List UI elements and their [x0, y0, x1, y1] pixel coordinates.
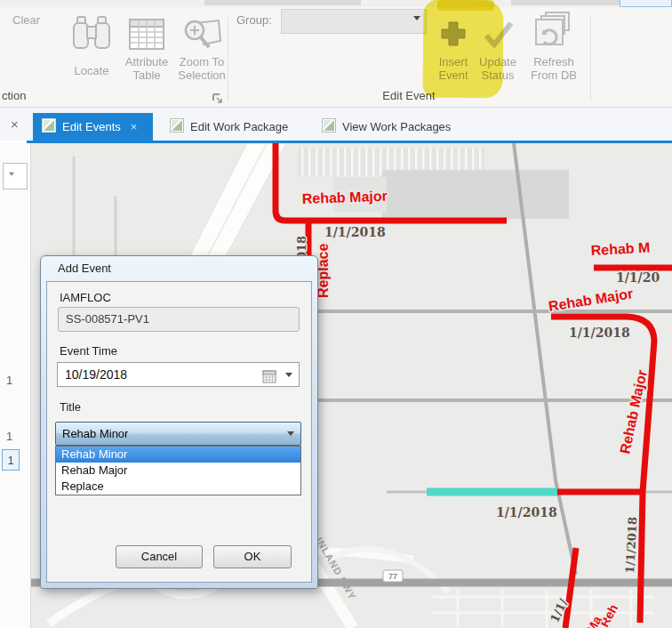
building-footprint	[382, 170, 569, 219]
title-combobox-value: Rehab Minor	[62, 427, 128, 440]
selection-group-label-partial: ction	[2, 89, 26, 102]
dropdown-option[interactable]: Replace	[56, 479, 300, 495]
map-date-label: 1/1/2018	[569, 326, 630, 340]
clear-button[interactable]: Clear	[12, 13, 40, 27]
zoom-to-selection-label-2: Selection	[178, 68, 225, 82]
event-time-field[interactable]: 10/19/2018	[57, 362, 300, 387]
row-number: 1	[6, 374, 12, 387]
group-dropdown[interactable]	[281, 9, 427, 34]
tab-label: View Work Packages	[342, 120, 451, 133]
app-window: Clear Locate	[0, 0, 672, 628]
mini-dropdown[interactable]	[3, 163, 28, 189]
dialog-title: Add Event	[41, 256, 317, 281]
table-icon	[128, 18, 165, 55]
refresh-from-db-label-1: Refresh	[533, 55, 574, 68]
row-number-selected: 1	[2, 449, 20, 471]
event-time-value: 10/19/2018	[65, 367, 127, 382]
tab-view-work-packages[interactable]: View Work Packages	[313, 113, 460, 141]
attribute-table-button[interactable]: Attribute Table	[119, 18, 174, 82]
top-strip-bar	[204, 0, 361, 5]
iamfloc-field: SS-008571-PV1	[58, 307, 300, 332]
attribute-table-label-1: Attribute	[125, 55, 168, 68]
top-strip-highlight-box	[620, 0, 672, 7]
tab-edit-work-package[interactable]: Edit Work Package	[161, 113, 297, 141]
group-label: Group:	[236, 13, 272, 27]
title-combobox[interactable]: Rehab Minor	[55, 422, 301, 446]
iamfloc-label: IAMFLOC	[60, 291, 111, 304]
map-date-label: 1/1/2018	[324, 225, 386, 239]
chevron-down-icon	[9, 173, 14, 189]
refresh-pages-icon	[532, 11, 576, 55]
chevron-down-icon	[413, 16, 420, 36]
ribbon-divider	[590, 16, 591, 101]
highway-shield-label: 77	[388, 572, 397, 581]
refresh-from-db-label-2: From DB	[531, 68, 577, 82]
chevron-down-icon[interactable]	[285, 373, 292, 391]
attribute-table-label-2: Table	[132, 68, 160, 82]
ok-button[interactable]: OK	[213, 545, 292, 568]
refresh-from-db-button[interactable]: Refresh From DB	[526, 11, 581, 82]
map-doc-icon	[170, 118, 184, 135]
ribbon-toolbar: Clear Locate	[0, 7, 672, 107]
tab-label: Edit Work Package	[190, 120, 288, 133]
dropdown-option-selected[interactable]: Rehab Minor	[56, 447, 300, 463]
map-date-label: 1/1/20	[616, 270, 660, 285]
title-dropdown-list: Rehab Minor Rehab Major Replace	[55, 446, 301, 495]
zoom-to-selection-label-1: Zoom To	[180, 55, 224, 68]
map-date-label: 1/1/2018	[496, 505, 557, 519]
calendar-icon[interactable]	[262, 367, 277, 390]
cancel-button[interactable]: Cancel	[116, 545, 203, 568]
dialog-launcher-icon[interactable]	[212, 92, 223, 108]
yellow-highlight-marker	[422, 0, 503, 98]
top-strip-bar	[511, 0, 621, 5]
tab-label: Edit Events	[62, 120, 121, 133]
row-number: 1	[6, 430, 12, 443]
dialog-body: IAMFLOC SS-008571-PV1 Event Time 10/19/2…	[46, 281, 312, 583]
left-panel-strip	[0, 143, 31, 628]
binoculars-icon	[71, 14, 112, 64]
tab-edit-events[interactable]: Edit Events ×	[33, 113, 153, 141]
map-doc-icon	[322, 118, 336, 135]
title-label: Title	[60, 400, 81, 414]
locate-button[interactable]: Locate	[66, 14, 117, 77]
locate-label: Locate	[74, 64, 108, 77]
zoom-to-selection-icon	[181, 18, 222, 55]
event-time-label: Event Time	[60, 344, 117, 358]
map-label: Rehab M	[590, 240, 650, 258]
map-doc-icon	[42, 118, 56, 135]
close-tab-icon[interactable]: ×	[131, 120, 138, 133]
add-event-dialog: Add Event IAMFLOC SS-008571-PV1 Event Ti…	[40, 255, 318, 589]
zoom-to-selection-button[interactable]: Zoom To Selection	[174, 18, 229, 82]
yellow-highlight-marker-top	[437, 0, 494, 11]
dropdown-option[interactable]: Rehab Major	[56, 463, 300, 479]
close-panel-icon[interactable]: ×	[11, 117, 19, 132]
top-edge-strip	[0, 0, 672, 7]
ribbon-divider	[228, 16, 228, 101]
map-label: Rehab Major	[302, 189, 388, 206]
